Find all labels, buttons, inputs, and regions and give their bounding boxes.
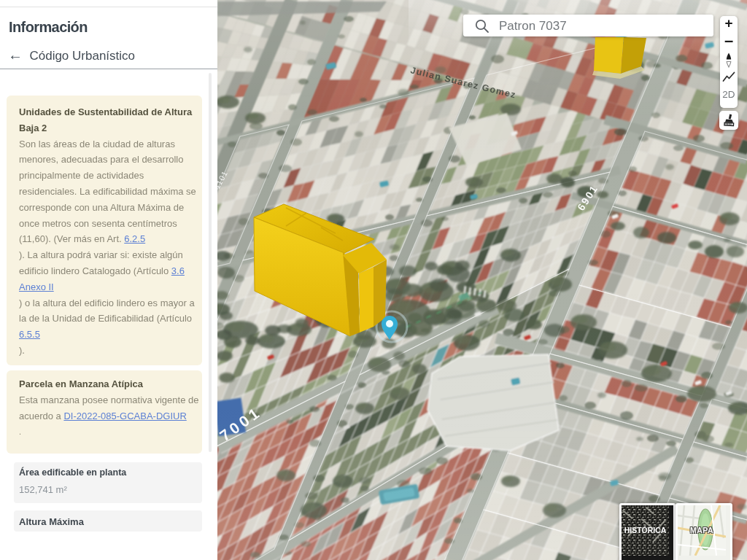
svg-text:6901: 6901 <box>575 182 600 213</box>
svg-text:1101: 1101 <box>217 169 229 190</box>
svg-text:7001: 7001 <box>217 403 265 445</box>
svg-text:Julian Suarez Gomez: Julian Suarez Gomez <box>409 65 517 100</box>
